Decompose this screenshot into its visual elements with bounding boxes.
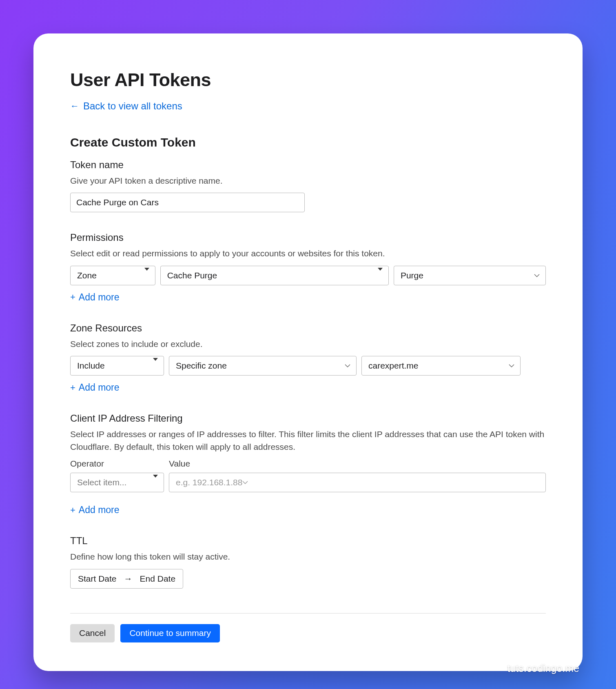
plus-icon: + [70,505,75,516]
chevron-down-icon [509,364,514,367]
footer-buttons: Cancel Continue to summary [70,624,546,642]
ttl-end: End Date [140,574,176,584]
ttl-block: TTL Define how long this token will stay… [70,535,546,588]
zone-row: Include Specific zone carexpert.me [70,356,546,376]
perm-resource-value: Cache Purge [167,271,217,280]
permissions-help: Select edit or read permissions to apply… [70,247,546,260]
zone-add-more-text: Add more [79,382,120,393]
perm-level-select[interactable]: Purge [394,266,546,285]
ip-help: Select IP addresses or ranges of IP addr… [70,428,546,453]
page-title: User API Tokens [70,69,546,91]
form-title: Create Custom Token [70,136,546,149]
perm-scope-select[interactable]: Zone [70,266,155,285]
zone-resources-block: Zone Resources Select zones to include o… [70,322,546,393]
zone-mode-select[interactable]: Include [70,356,164,376]
caret-down-icon [144,271,149,280]
ttl-date-range[interactable]: Start Date → End Date [70,569,183,589]
ip-value-col: Value e.g. 192.168.1.88 [169,459,546,492]
caret-down-icon [378,271,383,280]
ip-value-label: Value [169,459,546,469]
token-name-help: Give your API token a descriptive name. [70,175,546,187]
ip-filter-block: Client IP Address Filtering Select IP ad… [70,413,546,516]
token-name-input[interactable] [70,193,305,212]
plus-icon: + [70,292,75,302]
ip-operator-col: Operator Select item... [70,459,164,492]
zone-add-more[interactable]: + Add more [70,382,120,393]
zone-label: Zone Resources [70,322,546,334]
ip-operator-label: Operator [70,459,164,469]
perm-scope-value: Zone [77,271,97,280]
ip-operator-select[interactable]: Select item... [70,473,164,492]
chevron-down-icon [345,364,350,367]
zone-selector-select[interactable]: Specific zone [169,356,357,376]
perm-level-value: Purge [401,271,423,280]
token-name-label: Token name [70,159,546,171]
zone-selector-value: Specific zone [176,361,227,371]
ip-row: Operator Select item... Value e.g. 192.1… [70,459,546,492]
permissions-block: Permissions Select edit or read permissi… [70,232,546,302]
perm-add-more-text: Add more [79,292,120,303]
ip-add-more[interactable]: + Add more [70,505,120,516]
plus-icon: + [70,382,75,393]
ip-add-more-text: Add more [79,505,120,516]
perm-resource-select[interactable]: Cache Purge [160,266,389,285]
continue-button-label: Continue to summary [129,628,211,638]
ip-operator-placeholder: Select item... [77,478,126,487]
token-name-block: Token name Give your API token a descrip… [70,159,546,212]
chevron-down-icon [534,274,540,277]
zone-value-select[interactable]: carexpert.me [361,356,521,376]
chevron-down-icon [242,481,248,484]
zone-mode-value: Include [77,361,105,371]
ip-value-input[interactable]: e.g. 192.168.1.88 [169,473,546,492]
caret-down-icon [153,478,158,487]
ip-label: Client IP Address Filtering [70,413,546,424]
ttl-help: Define how long this token will stay act… [70,551,546,563]
divider [70,613,546,613]
ip-value-placeholder: e.g. 192.168.1.88 [176,478,242,487]
back-link-text: Back to view all tokens [83,100,182,112]
card-panel: User API Tokens ← Back to view all token… [33,33,583,671]
watermark: tuts.codingo.me [507,662,580,674]
zone-value: carexpert.me [368,361,419,371]
permissions-row: Zone Cache Purge Purge [70,266,546,285]
arrow-left-icon: ← [70,102,79,111]
ttl-label: TTL [70,535,546,547]
cancel-button-label: Cancel [79,628,106,638]
continue-button[interactable]: Continue to summary [120,624,220,642]
cancel-button[interactable]: Cancel [70,624,115,642]
back-link[interactable]: ← Back to view all tokens [70,100,182,112]
perm-add-more[interactable]: + Add more [70,292,120,303]
permissions-label: Permissions [70,232,546,243]
arrow-right-icon: → [124,574,133,584]
ttl-start: Start Date [78,574,117,584]
caret-down-icon [153,361,158,371]
zone-help: Select zones to include or exclude. [70,338,546,350]
